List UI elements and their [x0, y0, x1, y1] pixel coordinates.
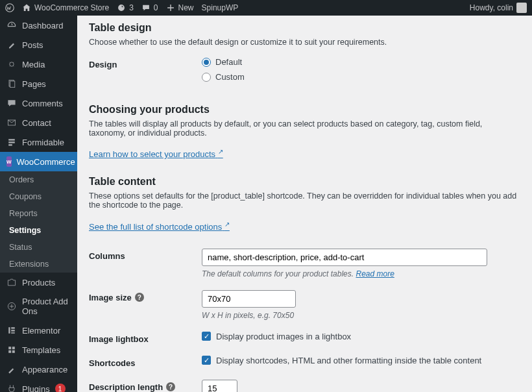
table-content-heading: Table content — [89, 176, 520, 188]
sidebar-item-elementor[interactable]: Elementor — [0, 321, 77, 340]
imagesize-input[interactable] — [202, 290, 296, 308]
columns-readmore-link[interactable]: Read more — [356, 269, 394, 278]
imagesize-help: W x H in pixels, e.g. 70x50 — [202, 311, 520, 320]
sub-extensions[interactable]: Extensions — [0, 256, 77, 273]
columns-help: The default columns for your product tab… — [202, 269, 520, 278]
external-icon: ↗ — [224, 220, 230, 227]
sidebar-item-woocommerce[interactable]: WWooCommerce — [0, 152, 77, 171]
sub-status[interactable]: Status — [0, 239, 77, 256]
svg-rect-12 — [11, 332, 15, 334]
learn-select-products-link[interactable]: Learn how to select your products ↗ — [89, 149, 223, 159]
checkbox-checked-icon — [202, 332, 211, 341]
sub-settings[interactable]: Settings — [0, 222, 77, 239]
lightbox-checkbox[interactable]: Display product images in a lightbox — [202, 332, 520, 341]
design-custom-radio[interactable]: Custom — [202, 72, 520, 82]
svg-rect-14 — [12, 347, 15, 349]
shortcodes-label: Shortcodes — [89, 356, 202, 368]
columns-label: Columns — [89, 249, 202, 261]
svg-point-0 — [6, 4, 14, 12]
svg-rect-15 — [8, 350, 11, 353]
sidebar-item-formidable[interactable]: Formidable — [0, 132, 77, 152]
updates[interactable]: 3 — [117, 3, 134, 12]
desclen-label: Description length? — [89, 380, 202, 392]
external-icon: ↗ — [218, 148, 223, 155]
sidebar-item-addons[interactable]: Product Add Ons — [0, 292, 77, 321]
settings-content: Table design Choose whether to use the d… — [77, 16, 532, 392]
svg-rect-11 — [11, 330, 15, 331]
avatar-icon — [516, 3, 527, 13]
admin-bar: WooCommerce Store 3 0 New SpinupWP Howdy… — [0, 0, 532, 16]
lightbox-label: Image lightbox — [89, 332, 202, 344]
sidebar-item-dashboard[interactable]: Dashboard — [0, 16, 77, 35]
choosing-products-desc: The tables will display all products by … — [89, 119, 520, 138]
imagesize-label: Image size? — [89, 290, 202, 302]
svg-rect-9 — [8, 327, 10, 334]
help-tip-icon[interactable]: ? — [166, 382, 175, 391]
help-tip-icon[interactable]: ? — [135, 293, 144, 302]
design-label: Design — [89, 57, 202, 69]
shortcode-options-link[interactable]: See the full list of shortcode options ↗ — [89, 222, 230, 232]
wp-logo[interactable] — [5, 3, 14, 12]
sidebar-item-pages[interactable]: Pages — [0, 74, 77, 93]
table-design-heading: Table design — [89, 22, 520, 34]
svg-rect-3 — [10, 81, 15, 88]
user-greeting[interactable]: Howdy, colin — [470, 3, 527, 13]
svg-rect-16 — [12, 350, 15, 353]
svg-rect-13 — [8, 347, 11, 349]
sidebar-item-comments[interactable]: Comments — [0, 93, 77, 113]
sidebar-item-media[interactable]: Media — [0, 55, 77, 74]
woo-submenu: Orders Coupons Reports Settings Status E… — [0, 171, 77, 273]
sub-orders[interactable]: Orders — [0, 171, 77, 188]
desclen-input[interactable] — [202, 380, 237, 392]
svg-rect-7 — [8, 144, 12, 145]
new-content[interactable]: New — [166, 3, 194, 12]
shortcodes-checkbox[interactable]: Display shortcodes, HTML and other forma… — [202, 356, 520, 365]
choosing-products-heading: Choosing your products — [89, 104, 520, 116]
radio-checked-icon — [202, 58, 211, 67]
svg-rect-10 — [11, 327, 15, 328]
admin-sidebar: Dashboard Posts Media Pages Comments Con… — [0, 16, 77, 392]
table-content-desc: These options set defaults for the [prod… — [89, 191, 520, 210]
site-name[interactable]: WooCommerce Store — [22, 3, 109, 12]
radio-unchecked-icon — [202, 73, 211, 82]
sidebar-item-posts[interactable]: Posts — [0, 35, 77, 55]
woo-icon: W — [6, 156, 12, 167]
comments-count[interactable]: 0 — [141, 3, 158, 12]
svg-rect-5 — [8, 139, 15, 140]
svg-point-1 — [10, 62, 14, 66]
table-design-desc: Choose whether to use the default design… — [89, 38, 520, 47]
sidebar-item-products[interactable]: Products — [0, 273, 77, 292]
columns-input[interactable] — [202, 249, 487, 266]
checkbox-checked-icon — [202, 356, 211, 365]
sidebar-item-contact[interactable]: Contact — [0, 113, 77, 132]
sub-coupons[interactable]: Coupons — [0, 188, 77, 205]
plugin-update-badge: 1 — [55, 384, 66, 392]
sidebar-item-templates[interactable]: Templates — [0, 340, 77, 360]
sidebar-item-plugins[interactable]: Plugins1 — [0, 379, 77, 392]
sub-reports[interactable]: Reports — [0, 205, 77, 222]
svg-rect-6 — [8, 141, 15, 143]
spinupwp-link[interactable]: SpinupWP — [202, 3, 239, 12]
sidebar-item-appearance[interactable]: Appearance — [0, 360, 77, 379]
design-default-radio[interactable]: Default — [202, 57, 520, 67]
